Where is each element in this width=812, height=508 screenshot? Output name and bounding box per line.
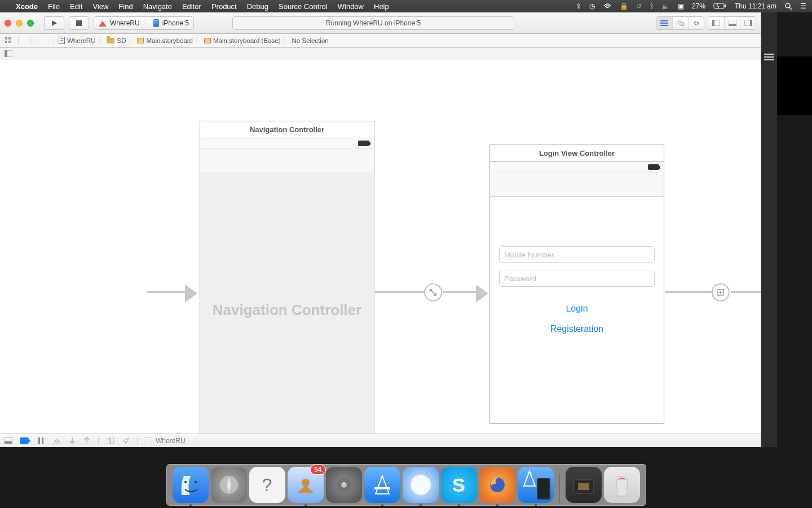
menu-debug[interactable]: Debug xyxy=(247,2,268,11)
svg-rect-39 xyxy=(145,437,152,444)
assistant-editor-icon[interactable] xyxy=(672,17,688,29)
segue-line-4 xyxy=(731,291,761,293)
timemachine-icon[interactable]: ↺ xyxy=(636,2,642,10)
menu-navigate[interactable]: Navigate xyxy=(143,2,172,11)
simulated-navbar xyxy=(200,148,374,173)
battery-icon[interactable] xyxy=(713,3,727,10)
stop-button[interactable] xyxy=(69,16,89,30)
dock-help[interactable]: ? xyxy=(249,467,285,503)
menubar-status: ⇪ ◷ 🔒 ↺ ᛒ 🔈 ▣ 27% Thu 11:21 am ☰ xyxy=(576,2,806,10)
battery-percent[interactable]: 27% xyxy=(692,2,705,10)
crumb-project[interactable]: WhereRU xyxy=(59,37,95,44)
version-editor-icon[interactable] xyxy=(688,17,704,29)
menu-product[interactable]: Product xyxy=(211,2,237,11)
step-over-icon[interactable] xyxy=(53,437,61,444)
svg-rect-17 xyxy=(8,37,11,40)
storyboard-canvas[interactable]: Navigation Controller Navigation Control… xyxy=(0,47,761,433)
continue-icon[interactable] xyxy=(38,437,45,444)
chevron-icon: 〉 xyxy=(195,36,202,45)
panel-toggle-segment[interactable] xyxy=(708,16,756,30)
simulated-navbar xyxy=(490,172,664,197)
wifi-icon[interactable] xyxy=(603,3,612,10)
standard-editor-icon[interactable] xyxy=(656,17,672,29)
view-debug-icon[interactable] xyxy=(107,437,114,444)
xcode-window: WhereRU 〉 iPhone 5 Running WhereRU on iP… xyxy=(0,12,761,447)
scene-title[interactable]: Navigation Controller xyxy=(200,121,374,138)
window-controls xyxy=(5,20,34,27)
registration-button[interactable]: Registeration xyxy=(550,324,603,334)
dock-skype[interactable]: S xyxy=(441,467,477,503)
menu-find[interactable]: Find xyxy=(118,2,133,11)
dropbox-icon[interactable]: ⇪ xyxy=(576,2,581,10)
timer-icon[interactable]: ◷ xyxy=(589,2,595,10)
breakpoints-toggle-icon[interactable] xyxy=(20,437,30,444)
menu-editor[interactable]: Editor xyxy=(182,2,201,11)
initial-arrow-line xyxy=(147,291,186,293)
forward-button[interactable]: 〉 xyxy=(34,36,46,45)
dock-launchpad[interactable] xyxy=(211,467,247,503)
menu-view[interactable]: View xyxy=(92,2,108,11)
scene-login-view-controller[interactable]: Login View Controller Mobile Number Pass… xyxy=(489,144,664,424)
document-outline-toggle-icon[interactable] xyxy=(5,49,12,59)
step-into-icon[interactable] xyxy=(69,437,76,444)
scene-title[interactable]: Login View Controller xyxy=(490,145,664,162)
crumb-folder[interactable]: SD xyxy=(107,37,126,44)
menu-file[interactable]: File xyxy=(48,2,60,11)
activity-viewer: Running WhereRU on iPhone 5 xyxy=(232,16,514,30)
toggle-debug-icon[interactable] xyxy=(724,17,740,29)
clock[interactable]: Thu 11:21 am xyxy=(735,2,776,10)
dock-system-preferences[interactable] xyxy=(326,467,362,503)
minimize-button[interactable] xyxy=(16,20,23,27)
segue-show-icon[interactable] xyxy=(712,283,730,301)
mobile-number-field[interactable]: Mobile Number xyxy=(499,246,655,263)
initial-arrow-head-icon[interactable] xyxy=(185,284,197,303)
menu-sourcecontrol[interactable]: Source Control xyxy=(279,2,328,11)
segue-root-icon[interactable] xyxy=(424,283,442,301)
bluetooth-icon[interactable]: ᛒ xyxy=(650,2,654,10)
dock-downloads[interactable] xyxy=(566,467,602,503)
menu-edit[interactable]: Edit xyxy=(70,2,82,11)
svg-point-48 xyxy=(490,478,505,492)
svg-point-2 xyxy=(785,3,790,8)
crumb-storyboard-base[interactable]: Main.storyboard (Base) xyxy=(204,37,281,44)
zoom-button[interactable] xyxy=(27,20,34,27)
lock-icon[interactable]: 🔒 xyxy=(620,2,628,10)
toggle-navigator-icon[interactable] xyxy=(708,17,724,29)
crumb-selection[interactable]: No Selection xyxy=(292,37,328,44)
editor-mode-segment[interactable] xyxy=(656,16,704,30)
folder-icon xyxy=(107,38,114,43)
dock-mail[interactable]: 54 xyxy=(288,467,324,503)
dock-xcode[interactable] xyxy=(364,467,400,503)
scheme-selector[interactable]: WhereRU 〉 iPhone 5 xyxy=(94,16,194,30)
menu-help[interactable]: Help xyxy=(374,2,389,11)
dock-finder[interactable] xyxy=(173,467,209,503)
dock-safari[interactable] xyxy=(403,467,439,503)
spotlight-icon[interactable] xyxy=(784,2,792,10)
jump-bar[interactable]: 〈 〉 WhereRU 〉 SD 〉 Main.storyboard 〉 Mai… xyxy=(0,34,761,47)
process-selector[interactable]: WhereRU xyxy=(145,437,186,445)
dock-firefox[interactable] xyxy=(479,467,515,503)
login-button[interactable]: Login xyxy=(566,304,588,314)
volume-icon[interactable]: 🔈 xyxy=(661,2,670,10)
battery-box-icon[interactable]: ▣ xyxy=(678,2,684,10)
password-field[interactable]: Password xyxy=(499,270,655,287)
menubar-left: Xcode File Edit View Find Navigate Edito… xyxy=(6,2,389,11)
dock-ios-simulator[interactable] xyxy=(518,467,554,503)
step-out-icon[interactable] xyxy=(83,437,90,444)
background-app-sliver[interactable] xyxy=(761,12,777,447)
hide-debug-icon[interactable] xyxy=(5,437,12,444)
close-button[interactable] xyxy=(5,20,11,27)
back-button[interactable]: 〈 xyxy=(23,36,34,45)
crumb-storyboard[interactable]: Main.storyboard xyxy=(137,37,192,44)
related-items-icon[interactable] xyxy=(3,37,14,44)
toggle-utilities-icon[interactable] xyxy=(740,17,756,29)
xcode-toolbar: WhereRU 〉 iPhone 5 Running WhereRU on iP… xyxy=(0,12,761,34)
dock-trash[interactable] xyxy=(604,467,640,503)
menu-window[interactable]: Window xyxy=(338,2,364,11)
app-menu[interactable]: Xcode xyxy=(16,2,38,11)
svg-rect-29 xyxy=(5,441,12,444)
notification-center-icon[interactable]: ☰ xyxy=(800,2,806,10)
run-button[interactable] xyxy=(44,16,64,30)
location-simulate-icon[interactable] xyxy=(122,437,129,444)
scene-navigation-controller[interactable]: Navigation Controller Navigation Control… xyxy=(200,121,374,433)
